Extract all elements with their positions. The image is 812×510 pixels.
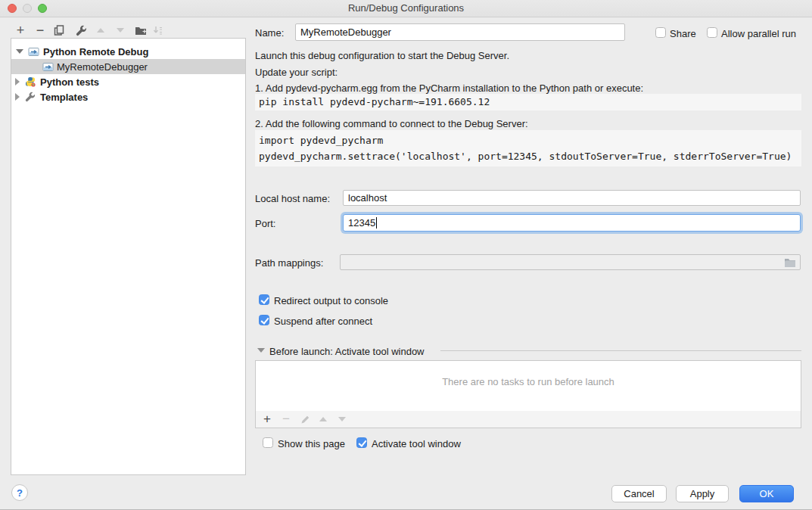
arrow-down-icon [117,28,124,33]
remote-debug-config-icon [28,47,39,57]
tree-item-label: Python Remote Debug [43,46,148,58]
copy-configuration-button[interactable] [53,23,65,37]
add-task-button[interactable]: + [262,413,272,425]
ok-button[interactable]: OK [739,485,794,502]
show-this-page-checkbox[interactable] [263,437,273,448]
name-label: Name: [255,27,284,39]
text-cursor [376,217,377,229]
cancel-button[interactable]: Cancel [611,485,667,502]
arrow-down-icon [338,417,346,421]
collapsed-caret-icon[interactable] [15,93,20,101]
expanded-caret-icon[interactable] [16,49,23,54]
sort-az-icon [153,25,163,36]
edit-task-button[interactable] [300,413,310,425]
tree-item-templates[interactable]: Templates [11,89,245,104]
help-button[interactable]: ? [11,484,28,501]
titlebar: Run/Debug Configurations [0,0,812,17]
code-line-1: import pydevd_pycharm [259,135,383,146]
minus-icon: − [36,23,45,37]
configurations-tree: Python Remote Debug MyRemoteDebugger Pyt… [11,38,246,475]
instruction-step-1: 1. Add pydevd-pycharm.egg from the PyCha… [255,82,643,94]
before-launch-divider [440,350,801,351]
minus-icon: − [282,412,290,427]
add-configuration-button[interactable]: + [14,23,26,37]
redirect-output-label: Redirect output to console [274,295,388,306]
tree-item-myremotedebugger[interactable]: MyRemoteDebugger [11,59,245,74]
move-up-button[interactable] [96,23,105,37]
before-launch-task-list[interactable]: There are no tasks to run before launch [255,360,801,412]
arrow-up-icon [319,417,327,421]
move-down-button[interactable] [116,23,125,37]
move-task-up-button[interactable] [319,413,328,425]
show-this-page-label: Show this page [278,438,345,449]
move-task-down-button[interactable] [338,413,347,425]
question-mark-icon: ? [17,487,23,499]
remove-configuration-button[interactable]: − [34,23,46,37]
tree-item-python-tests[interactable]: Python tests [11,74,245,89]
empty-task-message: There are no tasks to run before launch [256,376,801,387]
tree-item-label: Templates [40,92,88,103]
pip-install-code: pip install pydevd-pycharm~=191.6605.12 [255,94,801,110]
arrow-up-icon [97,28,104,33]
before-launch-title: Before launch: Activate tool window [269,346,425,357]
redirect-output-checkbox[interactable] [259,294,269,305]
local-host-name-label: Local host name: [255,193,330,204]
instruction-step-2: 2. Add the following command to connect … [255,118,528,129]
allow-parallel-run-checkbox[interactable] [707,27,717,38]
share-label: Share [670,28,696,39]
port-input[interactable]: 12345 [343,214,801,232]
instruction-line-2: Update your script: [255,67,338,78]
suspend-after-connect-checkbox[interactable] [259,315,269,325]
remove-task-button[interactable]: − [281,413,291,425]
plus-icon: + [17,23,25,37]
pencil-icon [300,415,310,424]
tree-item-python-remote-debug[interactable]: Python Remote Debug [11,44,245,59]
sort-configurations-button[interactable] [152,23,164,37]
run-debug-configurations-dialog: { "window": { "title": "Run/Debug Config… [0,0,812,510]
tree-item-label: Python tests [40,76,99,88]
activate-tool-window-label: Activate tool window [372,438,461,449]
code-line-2: pydevd_pycharm.settrace('localhost', por… [259,151,792,162]
name-input[interactable]: MyRemoteDebugger [295,23,625,41]
remote-debug-config-icon [42,62,54,72]
path-mappings-label: Path mappings: [255,257,323,269]
local-host-name-input[interactable]: localhost [343,190,801,206]
activate-tool-window-checkbox[interactable] [356,437,367,448]
create-folder-button[interactable] [134,23,148,37]
allow-parallel-run-label: Allow parallel run [721,28,796,39]
settrace-code: import pydevd_pycharmpydevd_pycharm.sett… [255,130,801,166]
tree-item-label: MyRemoteDebugger [57,61,148,73]
window-title: Run/Debug Configurations [0,2,812,14]
folder-icon[interactable] [784,257,796,267]
name-value: MyRemoteDebugger [300,26,391,38]
python-tests-icon [25,76,36,87]
port-value: 12345 [348,217,375,229]
apply-button[interactable]: Apply [676,485,729,502]
wrench-icon [76,25,87,36]
path-mappings-input[interactable] [340,254,801,270]
collapsed-caret-icon[interactable] [15,78,20,86]
folder-add-icon [135,25,147,36]
before-launch-collapse-icon[interactable] [257,348,265,353]
templates-wrench-icon [25,92,36,102]
suspend-after-connect-label: Suspend after connect [274,316,372,327]
edit-defaults-button[interactable] [74,23,88,37]
local-host-name-value: localhost [348,192,387,204]
instruction-line-1: Launch this debug configuration to start… [255,50,509,61]
copy-icon [54,25,64,36]
port-label: Port: [255,218,275,229]
before-launch-toolbar: + − [255,411,801,428]
plus-icon: + [263,412,271,427]
share-checkbox[interactable] [655,27,666,38]
